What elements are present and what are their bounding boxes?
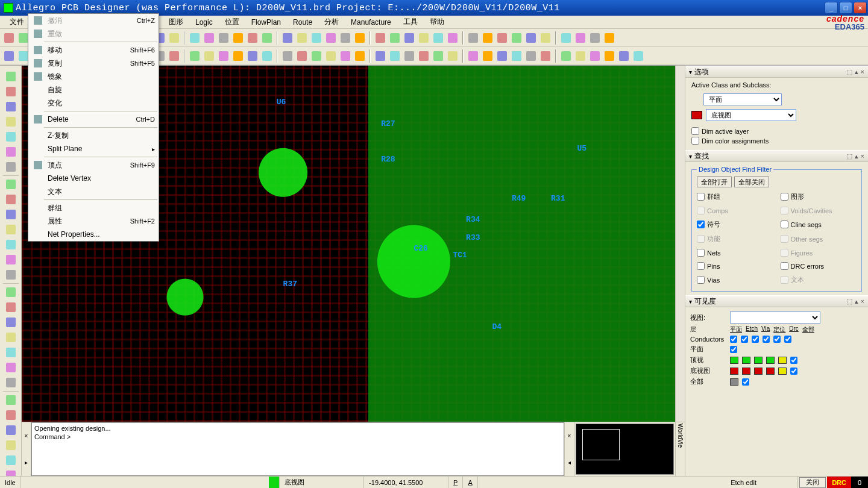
left-tool-button[interactable] xyxy=(3,222,19,237)
menu-logic[interactable]: Logic xyxy=(189,17,219,28)
left-tool-button[interactable] xyxy=(3,114,19,129)
left-tool-button[interactable] xyxy=(3,438,19,452)
toolbar-button[interactable] xyxy=(231,31,245,45)
toolbar-button[interactable] xyxy=(495,49,509,63)
toolbar-button[interactable] xyxy=(374,31,387,45)
vis-checkbox[interactable] xyxy=(790,357,797,364)
toolbar-button[interactable] xyxy=(495,31,509,45)
vis-color-swatch[interactable] xyxy=(766,357,775,364)
toolbar-button[interactable] xyxy=(353,49,366,63)
left-tool-button[interactable] xyxy=(3,145,19,159)
edit-menu--[interactable]: 移动Shift+F6 xyxy=(28,43,159,57)
toolbar-button[interactable] xyxy=(588,31,602,45)
left-tool-button[interactable] xyxy=(3,207,19,222)
edit-menu-delete[interactable]: DeleteCtrl+D xyxy=(28,113,159,126)
toolbar-button[interactable] xyxy=(588,49,602,63)
vis-color-swatch[interactable] xyxy=(766,368,775,375)
visibility-header[interactable]: ▾可见度 ⬚▴× xyxy=(685,295,868,307)
toolbar-button[interactable] xyxy=(217,49,230,63)
toolbar-button[interactable] xyxy=(310,49,323,63)
toolbar-button[interactable] xyxy=(388,49,401,63)
left-tool-button[interactable] xyxy=(3,300,19,314)
vis-checkbox[interactable] xyxy=(763,336,770,343)
toolbar-button[interactable] xyxy=(203,49,216,63)
find-filter-pins[interactable]: Pins xyxy=(697,262,773,270)
maximize-button[interactable]: □ xyxy=(839,2,852,14)
toolbar-button[interactable] xyxy=(432,49,445,63)
left-tool-button[interactable] xyxy=(3,330,19,345)
find-filter--[interactable]: 群组 xyxy=(697,192,773,201)
toolbar-button[interactable] xyxy=(231,49,245,63)
find-filter--[interactable]: 符号 xyxy=(697,220,773,229)
command-log[interactable]: Opening existing design... Command > xyxy=(31,422,564,476)
menu-位置[interactable]: 位置 xyxy=(219,16,245,28)
toolbar-button[interactable] xyxy=(339,49,352,63)
edit-menu--[interactable]: 镜象 xyxy=(28,70,159,83)
toolbar-button[interactable] xyxy=(281,49,294,63)
toolbar-button[interactable] xyxy=(295,31,309,45)
left-tool-button[interactable] xyxy=(3,69,19,84)
toolbar-button[interactable] xyxy=(524,49,538,63)
toolbar-button[interactable] xyxy=(603,49,616,63)
vertical-scrollbar[interactable] xyxy=(675,66,685,422)
edit-menu--[interactable]: 顶点Shift+F9 xyxy=(28,158,159,172)
edit-menu-net-properties-[interactable]: Net Properties... xyxy=(28,228,159,241)
status-a[interactable]: A xyxy=(463,477,477,488)
toolbar-button[interactable] xyxy=(417,49,430,63)
vis-color-swatch[interactable] xyxy=(754,368,763,375)
toolbar-button[interactable] xyxy=(467,31,480,45)
vis-color-swatch[interactable] xyxy=(742,357,750,364)
worldview-gutter[interactable]: ×◂ xyxy=(565,422,574,476)
status-color-swatch[interactable] xyxy=(269,477,280,488)
vis-checkbox[interactable] xyxy=(730,346,737,353)
edit-menu-z-[interactable]: Z-复制 xyxy=(28,129,159,142)
left-tool-button[interactable] xyxy=(3,375,19,390)
toolbar-button[interactable] xyxy=(481,31,494,45)
vis-color-swatch[interactable] xyxy=(730,368,738,375)
find-header[interactable]: ▾查找 ⬚▴× xyxy=(685,150,868,162)
toolbar-button[interactable] xyxy=(603,31,616,45)
edit-menu-delete-vertex[interactable]: Delete Vertex xyxy=(28,172,159,185)
toolbar-button[interactable] xyxy=(295,49,309,63)
worldview-canvas[interactable] xyxy=(576,424,674,475)
toolbar-button[interactable] xyxy=(632,49,645,63)
vis-view-select[interactable] xyxy=(730,311,820,324)
toolbar-button[interactable] xyxy=(260,49,274,63)
close-button[interactable]: × xyxy=(854,2,867,14)
left-tool-button[interactable] xyxy=(3,237,19,252)
toolbar-button[interactable] xyxy=(203,31,216,45)
find-filter-vias[interactable]: Vias xyxy=(697,275,773,284)
edit-menu--[interactable]: 属性Shift+F2 xyxy=(28,214,159,228)
menu-图形[interactable]: 图形 xyxy=(163,16,189,28)
menu-route[interactable]: Route xyxy=(287,17,318,28)
left-tool-button[interactable] xyxy=(3,408,19,422)
vis-checkbox[interactable] xyxy=(773,336,781,343)
dim-active-checkbox[interactable] xyxy=(691,127,699,135)
vis-checkbox[interactable] xyxy=(742,378,749,386)
vis-color-swatch[interactable] xyxy=(730,378,738,386)
status-drc[interactable]: DRC xyxy=(827,477,851,488)
vis-checkbox[interactable] xyxy=(790,368,797,375)
menu-帮助[interactable]: 帮助 xyxy=(424,16,450,28)
vis-checkbox[interactable] xyxy=(741,336,748,343)
vis-color-swatch[interactable] xyxy=(754,357,763,364)
edit-menu-split-plane[interactable]: Split Plane xyxy=(28,142,159,155)
toolbar-button[interactable] xyxy=(432,31,445,45)
cmd-gutter[interactable]: ×▸ xyxy=(22,422,31,476)
minimize-button[interactable]: _ xyxy=(825,2,838,14)
toolbar-button[interactable] xyxy=(217,31,230,45)
find-all-off-button[interactable]: 全部关闭 xyxy=(734,177,769,187)
menu-分析[interactable]: 分析 xyxy=(318,16,345,28)
left-tool-button[interactable] xyxy=(3,99,19,114)
toolbar-button[interactable] xyxy=(324,31,338,45)
left-tool-button[interactable] xyxy=(3,285,19,299)
left-tool-button[interactable] xyxy=(3,315,19,330)
toolbar-button[interactable] xyxy=(559,31,573,45)
toolbar-button[interactable] xyxy=(246,31,259,45)
toolbar-button[interactable] xyxy=(539,49,552,63)
left-tool-button[interactable] xyxy=(3,267,19,282)
left-tool-button[interactable] xyxy=(3,160,19,174)
toolbar-button[interactable] xyxy=(188,31,201,45)
options-header[interactable]: ▾选项 ⬚▴× xyxy=(685,66,868,78)
toolbar-button[interactable] xyxy=(467,49,480,63)
